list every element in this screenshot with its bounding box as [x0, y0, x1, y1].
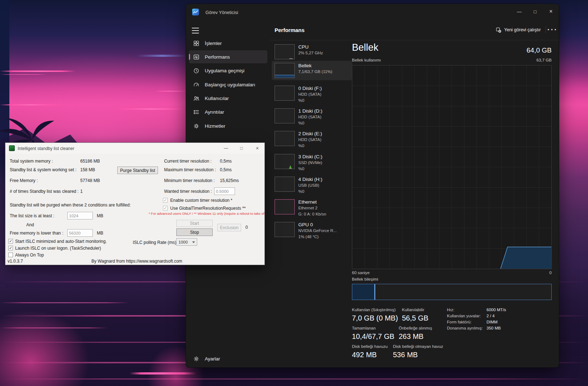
services-gear-icon: [193, 123, 199, 129]
gpu-thumbnail: [275, 222, 295, 237]
perf-item-detail: Ethernet 2: [298, 205, 326, 211]
islc-minimize-button[interactable]: —: [220, 145, 232, 152]
always-on-top-checkbox[interactable]: [8, 253, 13, 257]
wanted-timer-input[interactable]: [214, 187, 235, 195]
perf-item-detail: NVIDIA GeForce R...: [298, 228, 337, 233]
info-value: 158 MB: [80, 167, 95, 172]
list-size-unit: MB: [97, 213, 103, 218]
info-value: 65186 MB: [80, 159, 100, 164]
timer-label: Maximum timer resolution :: [164, 167, 216, 172]
maximize-icon: □: [534, 9, 537, 14]
settings-gear-icon: [193, 356, 199, 362]
perf-item-detail: USB (USB): [298, 183, 322, 188]
perf-item-disk1[interactable]: 1 Diski (D:)HDD (SATA)%0: [272, 106, 352, 128]
islc-maximize-button[interactable]: □: [235, 145, 248, 152]
free-memory-input[interactable]: [67, 229, 93, 237]
checkbox-label: Use GlobalTimerResolutionRequests **: [170, 206, 246, 211]
task-manager-app-icon: [192, 9, 199, 15]
run-new-task-button[interactable]: Yeni görevi çalıştır: [492, 24, 544, 35]
islc-window-title: Intelligent standby list cleaner: [18, 146, 74, 151]
stat-label: Tamamlanan: [352, 326, 376, 330]
graph-time-span-label: 60 saniye: [352, 271, 370, 275]
ethernet-thumbnail: [275, 199, 295, 214]
perf-item-name: 2 Diski (E:): [298, 131, 322, 136]
perf-item-detail: %0: [298, 98, 322, 103]
sidebar-item-performans[interactable]: Performans: [189, 50, 267, 63]
perf-item-disk3[interactable]: 3 Diski (C:)SSD (NVMe)%0: [272, 152, 352, 174]
polling-rate-value: 1000: [178, 240, 188, 244]
conditions-heading: Standby list will be purged when these 2…: [10, 203, 131, 208]
advanced-users-warning: * For advanced users ONLY ! ** Windows 1…: [149, 212, 265, 215]
start-button[interactable]: Start: [176, 220, 213, 227]
disk-thumbnail: [275, 154, 295, 169]
islc-titlebar[interactable]: Intelligent standby list cleaner — □ ×: [5, 143, 264, 154]
users-icon: [193, 95, 199, 101]
sidebar-item-ayrintilar[interactable]: Ayrıntılar: [189, 105, 267, 118]
wallpaper-streak: [0, 74, 47, 75]
stat-value: 492 MB: [352, 351, 377, 359]
purge-standby-list-button[interactable]: Purge Standby list: [117, 167, 158, 174]
header-divider: [270, 40, 559, 40]
checkbox-label: Always On Top: [15, 253, 44, 258]
perf-item-detail: HDD (SATA): [298, 114, 322, 120]
maximize-button[interactable]: □: [527, 4, 543, 19]
check-icon: ✓: [9, 239, 12, 243]
perf-item-disk2[interactable]: 2 Diski (E:)HDD (SATA)%0: [272, 129, 352, 151]
perf-item-gpu[interactable]: GPU 0NVIDIA GeForce R...1% (48 °C): [272, 220, 352, 242]
perf-item-detail: G: 0 A: 0 Kb/sn: [298, 212, 326, 217]
polling-rate-dropdown[interactable]: 1000: [176, 238, 197, 246]
memory-panel-title: Bellek: [352, 42, 379, 53]
sidebar-item-label: Başlangıç uygulamaları: [205, 82, 255, 87]
islc-close-button[interactable]: ×: [251, 145, 264, 152]
list-size-label: The list size is at least :: [10, 213, 54, 218]
stop-button[interactable]: Stop: [176, 228, 213, 236]
enable-custom-timer-checkbox[interactable]: ✓: [163, 198, 168, 203]
timer-label: Current timer resolution :: [164, 159, 212, 164]
sidebar-item-label: Ayarlar: [205, 356, 220, 362]
hamburger-menu-button[interactable]: [192, 28, 199, 33]
checkbox-label: Launch ISLC on user logon. (TaskSchedule…: [15, 246, 101, 251]
perf-item-name: 1 Diski (D:): [298, 108, 322, 114]
minimize-button[interactable]: —: [511, 4, 527, 19]
perf-item-name: 3 Diski (C:): [298, 154, 322, 159]
timer-value: 15,625ms: [220, 178, 239, 183]
wallpaper-streak: [0, 71, 76, 72]
sidebar-item-label: Ayrıntılar: [205, 109, 224, 115]
sidebar-item-uygulama-gecmisi[interactable]: Uygulama geçmişi: [189, 64, 267, 77]
disk-thumbnail: [275, 131, 295, 146]
perf-item-cpu[interactable]: CPU2% 5,27 GHz: [272, 42, 352, 62]
perf-item-name: Ethernet: [298, 199, 326, 205]
stat-value: 7,0 GB (0 MB): [352, 314, 398, 322]
hw-value: DIMM: [487, 320, 498, 324]
timer-value: 0,5ms: [220, 159, 232, 164]
check-icon: ✓: [164, 206, 167, 210]
global-timer-requests-checkbox[interactable]: ✓: [163, 206, 168, 210]
checkbox-label: Start ISLC minimized and auto-Start moni…: [15, 239, 107, 244]
sidebar-item-hizmetler[interactable]: Hizmetler: [189, 119, 267, 132]
close-button[interactable]: ×: [543, 4, 559, 19]
sidebar-item-kullanicilar[interactable]: Kullanıcılar: [189, 92, 267, 105]
wallpaper-streak: [0, 104, 61, 105]
more-icon: • • •: [548, 27, 556, 32]
disk-thumbnail: [275, 108, 295, 123]
sidebar-item-ayarlar[interactable]: Ayarlar: [189, 352, 267, 365]
perf-item-ethernet[interactable]: EthernetEthernet 2G: 0 A: 0 Kb/sn: [272, 197, 352, 219]
sidebar-item-islemler[interactable]: İşlemler: [189, 37, 267, 50]
wallpaper-streak: [0, 378, 588, 380]
more-options-button[interactable]: • • •: [547, 24, 557, 35]
perf-item-disk0[interactable]: 0 Diski (F:)HDD (SATA)%0: [272, 83, 352, 105]
stat-value: 10,4/67,7 GB: [352, 332, 394, 341]
stat-label: Disk belleği olmayan havuz: [393, 344, 443, 349]
memory-usage-label: Bellek kullanımı: [352, 58, 381, 62]
launch-on-logon-checkbox[interactable]: ✓: [8, 246, 13, 250]
perf-item-disk4[interactable]: 4 Diski (H:)USB (USB)%0: [272, 174, 352, 196]
start-minimized-checkbox[interactable]: ✓: [8, 239, 13, 244]
task-manager-titlebar[interactable]: Görev Yöneticisi — □ ×: [186, 4, 559, 21]
exclusion-button[interactable]: Exclusion: [217, 224, 241, 231]
new-task-icon: [496, 27, 501, 33]
sidebar-item-baslangic-uygulamalari[interactable]: Başlangıç uygulamaları: [189, 78, 267, 91]
perf-item-memory[interactable]: Bellek7,1/63,7 GB (11%): [272, 61, 352, 80]
perf-item-detail: 7,1/63,7 GB (11%): [298, 69, 332, 74]
list-size-input[interactable]: [67, 212, 93, 219]
minimize-icon: —: [517, 9, 522, 14]
